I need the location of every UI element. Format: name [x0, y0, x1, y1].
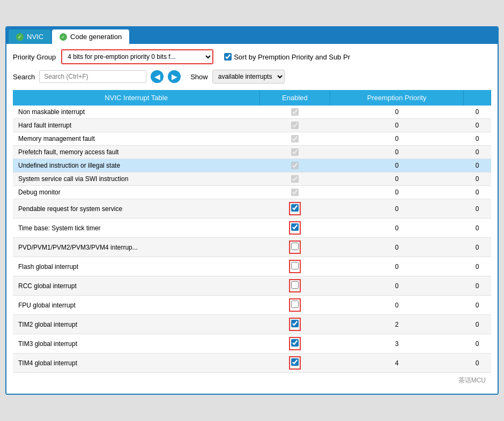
priority-cell: 0	[330, 172, 464, 186]
enabled-cell	[260, 186, 330, 199]
enabled-checkbox	[291, 148, 299, 156]
enabled-checkbox	[291, 175, 299, 183]
table-row: Pendable request for system service00	[13, 199, 491, 219]
code-gen-tab-label: Code generation	[70, 33, 122, 41]
nvic-table: NVIC Interrupt Table Enabled Preemption …	[13, 90, 491, 373]
enabled-cell	[260, 276, 330, 296]
enabled-cell	[260, 238, 330, 257]
sub-priority-cell: 0	[464, 146, 491, 159]
priority-cell: 0	[330, 199, 464, 219]
enabled-cell	[260, 296, 330, 315]
sub-priority-cell: 0	[464, 315, 491, 334]
sub-priority-cell: 0	[464, 106, 491, 119]
col-header-sub	[464, 90, 491, 106]
enabled-cell	[260, 315, 330, 334]
interrupt-name: Debug monitor	[13, 186, 260, 199]
show-select[interactable]: available interrupts all interrupts enab…	[212, 70, 285, 84]
search-row: Search ◀ ▶ Show available interrupts all…	[13, 70, 491, 84]
sub-priority-cell: 0	[464, 119, 491, 132]
enabled-checkbox[interactable]	[291, 320, 299, 327]
enabled-checkbox	[291, 162, 299, 169]
enabled-cell	[260, 354, 330, 373]
search-next-button[interactable]: ▶	[168, 70, 181, 83]
table-row: Flash global interrupt00	[13, 257, 491, 276]
sub-priority-cell: 0	[464, 172, 491, 186]
interrupt-name: Undefined instruction or illegal state	[13, 159, 260, 172]
priority-cell: 0	[330, 296, 464, 315]
table-row: Memory management fault00	[13, 132, 491, 146]
priority-group-select[interactable]: 4 bits for pre-emption priority 0 bits f…	[62, 50, 212, 63]
sub-priority-cell: 0	[464, 276, 491, 296]
sub-priority-cell: 0	[464, 199, 491, 219]
enabled-checkbox[interactable]	[291, 223, 299, 231]
col-header-enabled: Enabled	[260, 90, 330, 106]
priority-cell: 0	[330, 238, 464, 257]
interrupt-name: Flash global interrupt	[13, 257, 260, 276]
tab-nvic[interactable]: ✓ NVIC	[9, 29, 51, 44]
interrupt-name: PVD/PVM1/PVM2/PVM3/PVM4 interrup...	[13, 238, 260, 257]
table-row: Prefetch fault, memory access fault00	[13, 146, 491, 159]
sort-checkbox[interactable]	[224, 53, 232, 61]
enabled-cell	[260, 257, 330, 276]
tab-code-generation[interactable]: ✓ Code generation	[52, 29, 129, 44]
priority-cell: 0	[330, 159, 464, 172]
col-header-preemption: Preemption Priority	[330, 90, 464, 106]
table-row: System service call via SWI instruction0…	[13, 172, 491, 186]
table-row: Debug monitor00	[13, 186, 491, 199]
interrupt-name: Non maskable interrupt	[13, 106, 260, 119]
interrupt-name: Time base: System tick timer	[13, 219, 260, 238]
interrupt-name: Prefetch fault, memory access fault	[13, 146, 260, 159]
enabled-checkbox[interactable]	[291, 281, 299, 289]
priority-group-row: Priority Group 4 bits for pre-emption pr…	[13, 49, 491, 64]
enabled-checkbox[interactable]	[291, 243, 299, 250]
priority-group-label: Priority Group	[13, 53, 56, 61]
priority-cell: 0	[330, 257, 464, 276]
interrupt-name: FPU global interrupt	[13, 296, 260, 315]
enabled-checkbox[interactable]	[291, 300, 299, 308]
interrupt-name: Memory management fault	[13, 132, 260, 146]
search-input[interactable]	[39, 70, 146, 83]
sort-checkbox-wrapper: Sort by Premption Priority and Sub Pr	[224, 53, 350, 61]
priority-cell: 3	[330, 334, 464, 354]
tab-bar: ✓ NVIC ✓ Code generation	[6, 27, 498, 44]
col-header-name: NVIC Interrupt Table	[13, 90, 260, 106]
enabled-checkbox[interactable]	[291, 204, 299, 212]
enabled-cell	[260, 172, 330, 186]
code-gen-tab-icon: ✓	[60, 33, 67, 41]
table-row: PVD/PVM1/PVM2/PVM3/PVM4 interrup...00	[13, 238, 491, 257]
enabled-cell	[260, 119, 330, 132]
priority-cell: 0	[330, 219, 464, 238]
enabled-checkbox	[291, 189, 299, 196]
table-row: FPU global interrupt00	[13, 296, 491, 315]
priority-cell: 0	[330, 106, 464, 119]
enabled-checkbox[interactable]	[291, 358, 299, 366]
interrupt-name: TIM3 global interrupt	[13, 334, 260, 354]
interrupt-name: Hard fault interrupt	[13, 119, 260, 132]
sub-priority-cell: 0	[464, 219, 491, 238]
enabled-cell	[260, 219, 330, 238]
sub-priority-cell: 0	[464, 334, 491, 354]
priority-cell: 0	[330, 132, 464, 146]
nvic-tab-icon: ✓	[16, 33, 24, 41]
enabled-checkbox[interactable]	[291, 262, 299, 269]
enabled-checkbox	[291, 122, 299, 129]
sub-priority-cell: 0	[464, 132, 491, 146]
priority-cell: 0	[330, 119, 464, 132]
interrupt-name: System service call via SWI instruction	[13, 172, 260, 186]
priority-cell: 0	[330, 276, 464, 296]
search-prev-button[interactable]: ◀	[151, 70, 164, 83]
enabled-cell	[260, 334, 330, 354]
enabled-checkbox[interactable]	[291, 339, 299, 347]
enabled-cell	[260, 146, 330, 159]
table-row: TIM2 global interrupt20	[13, 315, 491, 334]
sub-priority-cell: 0	[464, 296, 491, 315]
table-row: TIM4 global interrupt40	[13, 354, 491, 373]
table-row: Time base: System tick timer00	[13, 219, 491, 238]
search-label: Search	[13, 73, 35, 81]
sub-priority-cell: 0	[464, 354, 491, 373]
table-row: Non maskable interrupt00	[13, 106, 491, 119]
main-window: ✓ NVIC ✓ Code generation Priority Group …	[5, 26, 499, 395]
enabled-cell	[260, 132, 330, 146]
interrupt-name: Pendable request for system service	[13, 199, 260, 219]
table-row: Undefined instruction or illegal state00	[13, 159, 491, 172]
